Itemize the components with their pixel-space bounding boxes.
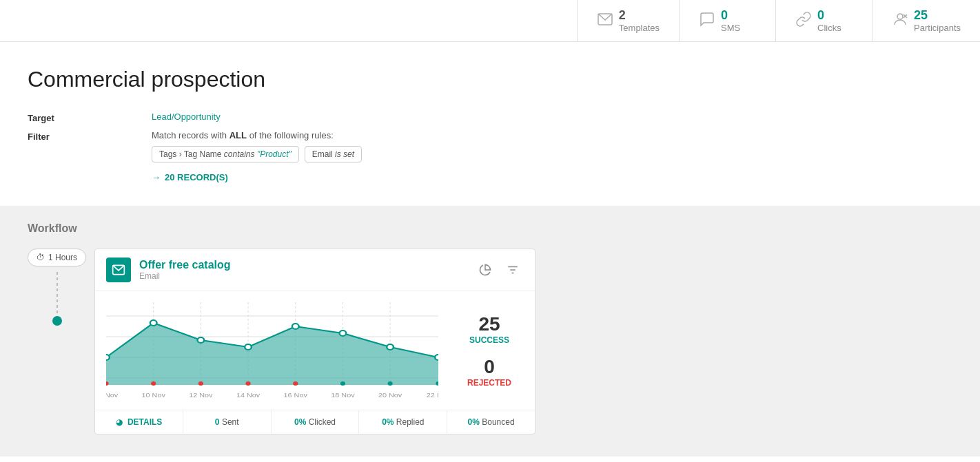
top-navigation: 2 Templates 0 SMS 0 Clicks — [0, 0, 980, 42]
svg-point-33 — [388, 381, 393, 386]
filter-suffix: of the following rules: — [249, 130, 334, 140]
target-row: Target Lead/Opportunity — [28, 112, 952, 123]
svg-marker-18 — [106, 323, 438, 385]
svg-point-30 — [245, 381, 250, 386]
nav-templates[interactable]: 2 Templates — [577, 0, 679, 41]
rejected-label: REJECTED — [467, 378, 511, 388]
workflow-section: Workflow ⏱ 1 Hours — [0, 206, 980, 456]
success-count: 25 — [469, 313, 509, 335]
sms-label: SMS — [721, 23, 740, 33]
templates-label: Templates — [619, 23, 660, 33]
timeline: ⏱ 1 Hours — [28, 249, 86, 328]
svg-text:16 Nov: 16 Nov — [284, 392, 307, 399]
main-content: Commercial prospection Target Lead/Oppor… — [0, 42, 980, 206]
replied-count: 0% — [382, 417, 394, 427]
chart-toggle-button[interactable] — [474, 259, 496, 281]
stats-area: 25 SUCCESS 0 REJECTED — [455, 302, 524, 399]
svg-point-32 — [340, 381, 345, 386]
success-label: SUCCESS — [469, 335, 509, 345]
rejected-count: 0 — [467, 356, 511, 378]
workflow-title: Workflow — [28, 222, 952, 235]
svg-point-28 — [151, 381, 156, 386]
target-label: Target — [28, 112, 152, 123]
svg-point-23 — [292, 324, 299, 329]
sent-label: Sent — [222, 417, 239, 427]
page-title: Commercial prospection — [28, 67, 952, 92]
svg-text:22 Nov: 22 Nov — [427, 392, 438, 399]
card-header: Offer free catalog Email — [95, 249, 535, 291]
workflow-container: ⏱ 1 Hours Offer free catalog Email — [28, 249, 952, 434]
records-text: 20 RECORD(S) — [165, 172, 228, 182]
footer-clicked[interactable]: 0% Clicked — [272, 410, 360, 434]
sent-count: 0 — [215, 417, 220, 427]
svg-point-29 — [198, 381, 203, 386]
clicks-icon — [795, 11, 812, 31]
details-label: DETAILS — [127, 417, 162, 427]
filter-badges: Tags › Tag Name contains "Product" Email… — [152, 146, 362, 162]
card-email-icon — [106, 258, 131, 282]
footer-sent[interactable]: 0 Sent — [183, 410, 272, 434]
svg-point-21 — [198, 337, 205, 343]
svg-point-1 — [897, 14, 903, 19]
chart-svg: 08 Nov 10 Nov 12 Nov 14 Nov 16 Nov 18 No… — [106, 302, 438, 399]
participants-icon — [892, 11, 908, 31]
clicked-count: 0% — [294, 417, 306, 427]
footer-details[interactable]: ◕ DETAILS — [95, 410, 183, 434]
timeline-dot — [52, 316, 62, 326]
email-icon — [597, 11, 613, 31]
footer-bounced[interactable]: 0% Bounced — [447, 410, 535, 434]
stat-success: 25 SUCCESS — [469, 313, 509, 345]
footer-replied[interactable]: 0% Replied — [359, 410, 447, 434]
svg-point-22 — [245, 344, 252, 350]
card-title-group: Offer free catalog Email — [139, 259, 466, 281]
stat-rejected: 0 REJECTED — [467, 356, 511, 388]
svg-point-25 — [387, 344, 394, 350]
bounced-count: 0% — [468, 417, 480, 427]
timeline-label: ⏱ 1 Hours — [28, 249, 86, 266]
svg-text:08 Nov: 08 Nov — [106, 392, 118, 399]
participants-label: Participants — [914, 23, 961, 33]
timeline-text: 1 Hours — [48, 253, 77, 262]
badge-tags: Tags › Tag Name contains "Product" — [152, 146, 299, 162]
card-header-actions — [474, 259, 524, 281]
nav-clicks[interactable]: 0 Clicks — [775, 0, 872, 41]
filter-prefix: Match records with — [152, 130, 227, 140]
target-value: Lead/Opportunity — [152, 112, 221, 122]
participants-count: 25 — [914, 8, 961, 23]
svg-point-24 — [340, 330, 347, 336]
card-subtitle: Email — [139, 271, 466, 281]
svg-text:14 Nov: 14 Nov — [236, 392, 260, 399]
clicked-label: Clicked — [309, 417, 336, 427]
sms-count: 0 — [721, 8, 740, 23]
filter-text: Match records with ALL of the following … — [152, 130, 362, 140]
svg-point-19 — [106, 355, 110, 360]
svg-text:18 Nov: 18 Nov — [331, 392, 354, 399]
card-body: 08 Nov 10 Nov 12 Nov 14 Nov 16 Nov 18 No… — [95, 291, 535, 410]
card-title: Offer free catalog — [139, 259, 466, 271]
filter-button[interactable] — [502, 259, 524, 281]
filter-row: Filter Match records with ALL of the fol… — [28, 130, 952, 182]
sms-icon — [699, 11, 715, 31]
templates-count: 2 — [619, 8, 660, 23]
filter-label: Filter — [28, 130, 152, 142]
nav-sms[interactable]: 0 SMS — [679, 0, 775, 41]
svg-point-26 — [435, 355, 438, 360]
records-arrow: → — [152, 172, 161, 182]
clicks-count: 0 — [817, 8, 841, 23]
details-icon: ◕ — [116, 417, 123, 427]
clicks-label: Clicks — [817, 23, 841, 33]
filter-bold: ALL — [229, 130, 247, 140]
nav-participants[interactable]: 25 Participants — [872, 0, 980, 41]
svg-text:12 Nov: 12 Nov — [189, 392, 212, 399]
svg-text:10 Nov: 10 Nov — [142, 392, 165, 399]
svg-text:20 Nov: 20 Nov — [378, 392, 402, 399]
chart-area: 08 Nov 10 Nov 12 Nov 14 Nov 16 Nov 18 No… — [106, 302, 438, 399]
filter-content: Match records with ALL of the following … — [152, 130, 362, 182]
svg-point-31 — [293, 381, 298, 386]
clock-icon: ⏱ — [37, 253, 45, 262]
records-link[interactable]: → 20 RECORD(S) — [152, 172, 362, 182]
bounced-label: Bounced — [482, 417, 514, 427]
meta-table: Target Lead/Opportunity Filter Match rec… — [28, 112, 952, 182]
timeline-connector — [52, 272, 62, 328]
card-footer: ◕ DETAILS 0 Sent 0% Clicked 0% Replied 0… — [95, 410, 535, 434]
